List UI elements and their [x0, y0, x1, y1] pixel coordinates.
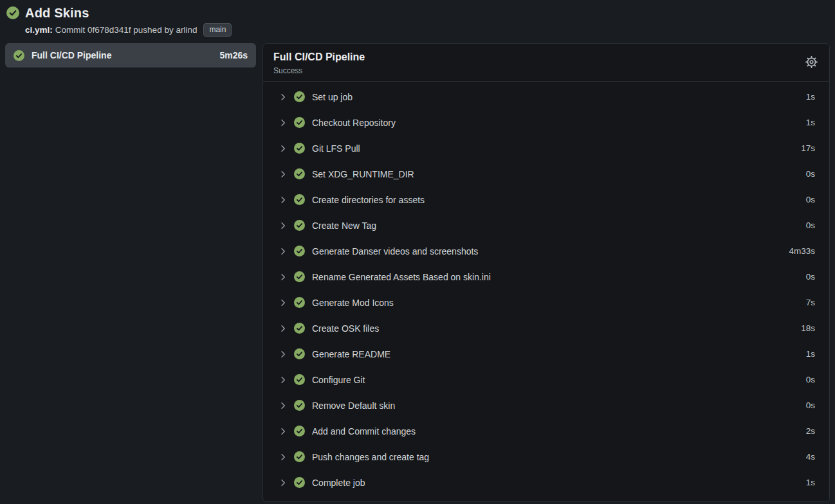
step-duration: 2s — [806, 426, 815, 436]
step-duration: 0s — [806, 272, 815, 282]
step-row[interactable]: Generate Mod Icons 7s — [279, 290, 815, 316]
commit-text: Commit 0f678d341f pushed by arlind — [55, 25, 197, 35]
step-row[interactable]: Checkout Repository 1s — [279, 110, 815, 136]
chevron-right-icon[interactable] — [279, 375, 288, 384]
step-row[interactable]: Set XDG_RUNTIME_DIR 0s — [279, 161, 815, 187]
chevron-right-icon[interactable] — [279, 298, 288, 307]
step-name: Create directories for assets — [312, 195, 425, 205]
chevron-right-icon[interactable] — [279, 401, 288, 410]
actions-run-page: Add Skins ci.yml: Commit 0f678d341f push… — [0, 0, 835, 504]
check-circle-icon — [294, 348, 305, 359]
check-circle-icon — [294, 451, 305, 462]
step-duration: 0s — [806, 195, 815, 204]
chevron-right-icon[interactable] — [279, 221, 288, 230]
step-name: Complete job — [312, 478, 365, 488]
sidebar-job-item[interactable]: Full CI/CD Pipeline 5m26s — [5, 43, 256, 68]
chevron-right-icon[interactable] — [279, 453, 288, 462]
step-duration: 0s — [806, 401, 815, 410]
check-circle-icon — [294, 220, 305, 231]
check-circle-icon — [294, 194, 305, 205]
step-name: Configure Git — [312, 375, 365, 385]
run-title: Add Skins — [25, 6, 89, 21]
commit-summary: ci.yml: Commit 0f678d341f pushed by arli… — [25, 22, 830, 37]
step-name: Generate Mod Icons — [312, 298, 394, 308]
panel-status-text: Success — [273, 66, 365, 75]
check-circle-icon — [294, 374, 305, 385]
chevron-right-icon[interactable] — [279, 170, 288, 179]
step-row[interactable]: Remove Default skin 0s — [279, 393, 815, 419]
step-name: Create New Tag — [312, 221, 376, 231]
check-circle-icon — [294, 426, 305, 437]
chevron-right-icon[interactable] — [279, 118, 288, 127]
chevron-right-icon[interactable] — [279, 478, 288, 487]
check-circle-icon — [294, 400, 305, 411]
branch-badge[interactable]: main — [203, 23, 232, 37]
check-circle-icon — [294, 477, 305, 488]
step-row[interactable]: Rename Generated Assets Based on skin.in… — [279, 264, 815, 290]
step-name: Generate Danser videos and screenshots — [312, 246, 478, 256]
check-circle-icon — [294, 323, 305, 334]
step-duration: 17s — [801, 143, 815, 153]
check-circle-icon — [294, 297, 305, 308]
step-row[interactable]: Create directories for assets 0s — [279, 187, 815, 213]
step-row[interactable]: Configure Git 0s — [279, 367, 815, 393]
step-row[interactable]: Complete job 1s — [279, 470, 815, 496]
step-duration: 4s — [806, 452, 815, 462]
jobs-sidebar: Full CI/CD Pipeline 5m26s — [5, 43, 256, 68]
step-duration: 7s — [806, 298, 815, 307]
check-circle-icon — [294, 168, 305, 179]
step-duration: 18s — [801, 323, 815, 333]
step-duration: 0s — [806, 221, 815, 230]
step-name: Rename Generated Assets Based on skin.in… — [312, 272, 491, 282]
step-duration: 4m33s — [789, 246, 815, 256]
chevron-right-icon[interactable] — [279, 324, 288, 333]
step-row[interactable]: Git LFS Pull 17s — [279, 136, 815, 161]
panel-job-title: Full CI/CD Pipeline — [273, 51, 365, 64]
chevron-right-icon[interactable] — [279, 247, 288, 256]
step-name: Remove Default skin — [312, 401, 395, 411]
run-header: Add Skins ci.yml: Commit 0f678d341f push… — [5, 4, 830, 37]
check-circle-icon — [294, 117, 305, 128]
job-detail-panel: Full CI/CD Pipeline Success — [262, 43, 830, 502]
gear-icon[interactable] — [804, 55, 819, 69]
step-row[interactable]: Push changes and create tag 4s — [279, 444, 815, 470]
step-name: Add and Commit changes — [312, 426, 416, 437]
chevron-right-icon[interactable] — [279, 195, 288, 204]
step-row[interactable]: Create OSK files 18s — [279, 316, 815, 341]
step-duration: 0s — [806, 375, 815, 384]
step-duration: 1s — [806, 92, 815, 102]
job-duration: 5m26s — [219, 50, 248, 60]
check-circle-icon — [294, 246, 305, 256]
panel-titles: Full CI/CD Pipeline Success — [273, 51, 365, 75]
workflow-file-label: ci.yml: — [25, 25, 53, 35]
steps-list: Set up job 1s Checkout Repository 1s Git… — [263, 82, 829, 501]
run-title-row: Add Skins — [5, 4, 830, 22]
step-row[interactable]: Create New Tag 0s — [279, 213, 815, 239]
step-name: Checkout Repository — [312, 118, 396, 128]
chevron-right-icon[interactable] — [279, 144, 288, 153]
step-name: Generate README — [312, 349, 390, 359]
step-row[interactable]: Generate Danser videos and screenshots 4… — [279, 239, 815, 264]
step-row[interactable]: Add and Commit changes 2s — [279, 419, 815, 444]
run-content: Full CI/CD Pipeline 5m26s Full CI/CD Pip… — [5, 43, 830, 502]
check-circle-icon — [6, 6, 19, 19]
step-duration: 1s — [806, 349, 815, 359]
check-circle-icon — [294, 143, 305, 154]
step-name: Create OSK files — [312, 323, 379, 334]
step-row[interactable]: Set up job 1s — [279, 84, 815, 110]
step-duration: 1s — [806, 118, 815, 127]
step-row[interactable]: Generate README 1s — [279, 341, 815, 367]
check-circle-icon — [294, 271, 305, 282]
step-name: Push changes and create tag — [312, 452, 429, 462]
chevron-right-icon[interactable] — [279, 273, 288, 282]
step-name: Set XDG_RUNTIME_DIR — [312, 169, 414, 179]
check-circle-icon — [14, 50, 24, 61]
panel-header: Full CI/CD Pipeline Success — [263, 44, 829, 82]
step-duration: 1s — [806, 478, 815, 487]
chevron-right-icon[interactable] — [279, 427, 288, 436]
step-name: Git LFS Pull — [312, 143, 360, 154]
chevron-right-icon[interactable] — [279, 350, 288, 359]
check-circle-icon — [294, 91, 305, 102]
chevron-right-icon[interactable] — [279, 93, 288, 102]
job-name: Full CI/CD Pipeline — [32, 50, 111, 60]
